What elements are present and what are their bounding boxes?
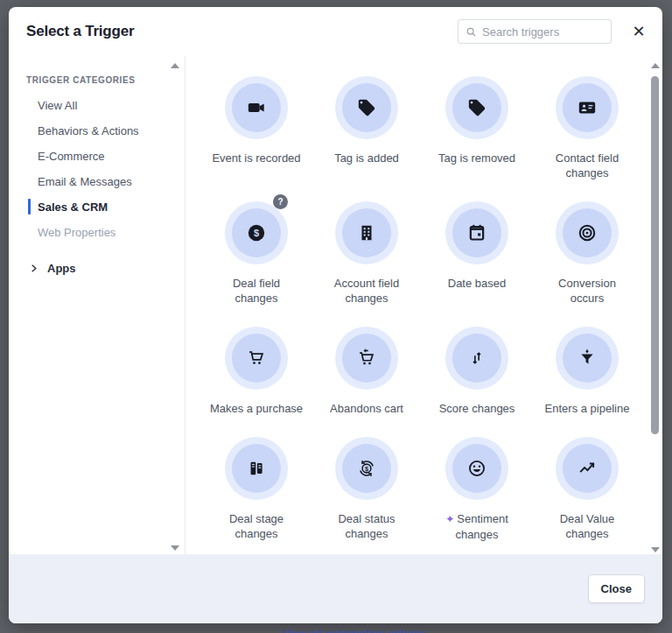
trigger-contact-field-changes[interactable]: Contact field changes bbox=[532, 76, 642, 180]
triggers-grid: Event is recordedTag is addedTag is remo… bbox=[201, 76, 642, 542]
sidebar-item-e-commerce[interactable]: E-Commerce bbox=[9, 144, 185, 169]
trigger-label: Deal stage changes bbox=[229, 511, 284, 541]
dollar-coin-icon: $ bbox=[247, 223, 266, 243]
trigger-conversion-occurs[interactable]: Conversion occurs bbox=[532, 201, 642, 306]
ai-sparkle-icon: ✦ bbox=[445, 513, 454, 525]
contact-card-icon bbox=[578, 98, 597, 117]
trigger-label-text: Date based bbox=[448, 277, 507, 290]
main-scrollbar bbox=[650, 61, 661, 552]
tag-icon bbox=[467, 98, 486, 117]
modal-title: Select a Trigger bbox=[26, 23, 458, 40]
trigger-circle[interactable] bbox=[225, 76, 288, 139]
sidebar-item-label: Sales & CRM bbox=[38, 200, 108, 214]
funnel-icon bbox=[578, 348, 597, 368]
trigger-deal-status-changes[interactable]: $Deal status changes bbox=[312, 437, 422, 542]
trigger-makes-a-purchase[interactable]: Makes a purchase bbox=[201, 327, 312, 416]
close-icon[interactable]: ✕ bbox=[626, 18, 652, 45]
trigger-label-text: Score changes bbox=[439, 402, 515, 415]
sidebar-item-view-all[interactable]: View All bbox=[9, 93, 185, 118]
trigger-circle[interactable] bbox=[225, 437, 288, 500]
trigger-circle[interactable] bbox=[556, 76, 619, 139]
trigger-circle[interactable] bbox=[225, 327, 288, 390]
trigger-circle[interactable] bbox=[445, 327, 508, 390]
sidebar-item-label: Email & Messages bbox=[38, 175, 132, 188]
close-button[interactable]: Close bbox=[588, 574, 645, 603]
trigger-label: Contact field changes bbox=[556, 151, 619, 180]
trigger-categories-sidebar: TRIGGER CATEGORIES View AllBehaviors & A… bbox=[9, 56, 186, 554]
kanban-columns-icon bbox=[247, 459, 266, 478]
trigger-circle-inner bbox=[342, 83, 391, 132]
trigger-label-text: Event is recorded bbox=[212, 151, 300, 165]
select-trigger-modal: Select a Trigger ✕ TRIGGER CATEGORIES Vi… bbox=[9, 7, 662, 623]
help-badge[interactable]: ? bbox=[273, 194, 288, 209]
trigger-sentiment-changes[interactable]: ✦Sentiment changes bbox=[422, 437, 532, 542]
trigger-abandons-cart[interactable]: Abandons cart bbox=[312, 327, 422, 416]
trigger-enters-a-pipeline[interactable]: Enters a pipeline bbox=[532, 327, 642, 416]
trigger-deal-field-changes[interactable]: $?Deal field changes bbox=[201, 201, 312, 306]
scrollbar-up-arrow[interactable] bbox=[651, 63, 660, 68]
trigger-label-text: Enters a pipeline bbox=[545, 402, 630, 415]
trigger-tag-is-removed[interactable]: Tag is removed bbox=[422, 76, 532, 180]
trigger-circle-inner bbox=[232, 444, 281, 493]
trigger-label: Deal Value changes bbox=[560, 511, 615, 541]
sidebar-scroll-up-arrow[interactable] bbox=[171, 63, 179, 68]
trigger-circle[interactable] bbox=[556, 327, 619, 390]
trigger-deal-value-changes[interactable]: Deal Value changes bbox=[532, 437, 642, 542]
view-all-automation-options-link[interactable]: View all automation options bbox=[282, 627, 425, 633]
trigger-label: Deal status changes bbox=[338, 511, 395, 541]
sidebar-scroll-down-arrow[interactable] bbox=[171, 545, 179, 551]
sidebar-header: TRIGGER CATEGORIES bbox=[26, 75, 185, 85]
trigger-deal-stage-changes[interactable]: Deal stage changes bbox=[201, 437, 312, 542]
trigger-circle[interactable]: $? bbox=[225, 201, 288, 264]
trigger-label-text: Tag is removed bbox=[438, 151, 515, 165]
trend-up-arrow-icon bbox=[578, 459, 597, 478]
scrollbar-down-arrow[interactable] bbox=[651, 547, 660, 552]
trigger-tag-is-added[interactable]: Tag is added bbox=[312, 76, 422, 180]
search-box[interactable] bbox=[458, 19, 612, 44]
trigger-account-field-changes[interactable]: Account field changes bbox=[312, 201, 422, 306]
sidebar-item-sales-crm[interactable]: Sales & CRM bbox=[9, 194, 185, 220]
trigger-label-text: Deal status changes bbox=[338, 512, 395, 540]
trigger-label: Event is recorded bbox=[212, 151, 300, 165]
apps-label: Apps bbox=[47, 262, 76, 275]
trigger-label: Conversion occurs bbox=[558, 276, 616, 306]
trigger-circle[interactable] bbox=[335, 327, 398, 390]
trigger-label-text: Conversion occurs bbox=[558, 277, 616, 305]
trigger-circle-inner bbox=[232, 83, 281, 132]
trigger-circle[interactable]: $ bbox=[335, 437, 398, 500]
trigger-circle-inner: $ bbox=[232, 208, 281, 257]
sidebar-item-apps[interactable]: Apps bbox=[9, 256, 185, 281]
trigger-label: Makes a purchase bbox=[210, 401, 303, 416]
trigger-circle[interactable] bbox=[445, 76, 508, 139]
cart-return-icon bbox=[357, 348, 376, 368]
video-camera-icon bbox=[247, 98, 266, 117]
triggers-panel: Event is recordedTag is addedTag is remo… bbox=[186, 56, 662, 554]
trigger-circle[interactable] bbox=[445, 437, 508, 500]
trigger-circle-inner bbox=[563, 444, 612, 493]
trigger-label-text: Sentiment changes bbox=[455, 512, 508, 541]
trigger-label: Score changes bbox=[439, 401, 515, 416]
scrollbar-thumb[interactable] bbox=[651, 76, 659, 434]
trigger-date-based[interactable]: Date based bbox=[422, 201, 532, 306]
trigger-score-changes[interactable]: Score changes bbox=[422, 327, 532, 416]
sidebar-item-behaviors-actions[interactable]: Behaviors & Actions bbox=[9, 118, 185, 144]
trigger-label: Account field changes bbox=[334, 276, 399, 306]
building-icon bbox=[357, 223, 376, 243]
trigger-circle-inner bbox=[452, 444, 501, 493]
tag-icon bbox=[357, 98, 376, 117]
trigger-circle[interactable] bbox=[335, 76, 398, 139]
trigger-label-text: Account field changes bbox=[334, 277, 399, 305]
trigger-label-text: Deal stage changes bbox=[229, 512, 284, 540]
trigger-circle[interactable] bbox=[556, 437, 619, 500]
sidebar-nav: View AllBehaviors & ActionsE-CommerceEma… bbox=[9, 93, 185, 245]
trigger-circle[interactable] bbox=[445, 201, 508, 264]
trigger-circle[interactable] bbox=[335, 201, 398, 264]
svg-text:$: $ bbox=[365, 465, 368, 473]
search-triggers-input[interactable] bbox=[482, 25, 604, 39]
sidebar-item-web-properties[interactable]: Web Properties bbox=[9, 220, 185, 245]
trigger-event-is-recorded[interactable]: Event is recorded bbox=[201, 76, 312, 180]
trigger-label-text: Deal Value changes bbox=[560, 512, 615, 540]
trigger-label: Date based bbox=[448, 276, 507, 291]
sidebar-item-email-messages[interactable]: Email & Messages bbox=[9, 169, 185, 194]
trigger-circle[interactable] bbox=[556, 201, 619, 264]
